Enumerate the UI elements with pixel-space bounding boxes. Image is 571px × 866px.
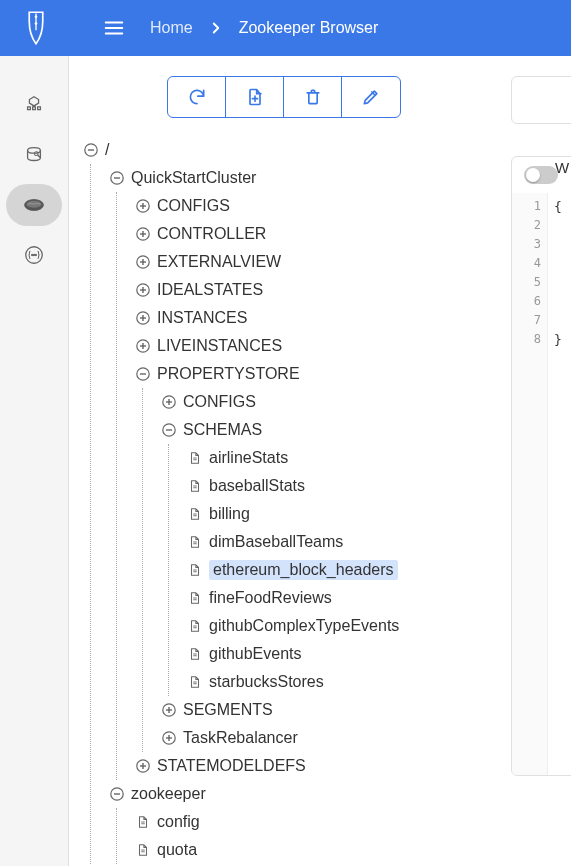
node-label: QuickStartCluster: [131, 169, 256, 187]
svg-point-8: [31, 254, 32, 255]
tree-node[interactable]: githubEvents: [185, 640, 499, 668]
tree-node[interactable]: STATEMODELDEFS: [133, 752, 499, 780]
tree-node[interactable]: quota: [133, 836, 499, 864]
tree-node[interactable]: CONFIGS: [133, 192, 499, 220]
toggle-switch[interactable]: [524, 166, 558, 184]
tree-node[interactable]: billing: [185, 500, 499, 528]
tree-node[interactable]: TaskRebalancer: [159, 724, 499, 752]
node-label: githubComplexTypeEvents: [209, 617, 399, 635]
tree-node[interactable]: EXTERNALVIEW: [133, 248, 499, 276]
sidebar-item-swagger[interactable]: [6, 234, 62, 276]
tree-node[interactable]: PROPERTYSTORE: [133, 360, 499, 388]
tree-node[interactable]: baseballStats: [185, 472, 499, 500]
svg-point-3: [28, 148, 41, 154]
delete-button[interactable]: [284, 77, 342, 117]
tree-panel: /QuickStartClusterCONFIGSCONTROLLEREXTER…: [69, 56, 499, 866]
tree-node[interactable]: zookeeper: [107, 780, 499, 808]
file-icon: [185, 504, 205, 524]
line-number: 2: [512, 218, 541, 237]
expand-icon[interactable]: [159, 700, 179, 720]
detail-header-card: [511, 76, 571, 124]
expand-icon[interactable]: [159, 392, 179, 412]
node-label: TaskRebalancer: [183, 729, 298, 747]
breadcrumb-home[interactable]: Home: [150, 19, 193, 37]
zk-tree: /QuickStartClusterCONFIGSCONTROLLEREXTER…: [69, 136, 499, 864]
collapse-icon[interactable]: [159, 420, 179, 440]
tree-node[interactable]: INSTANCES: [133, 304, 499, 332]
svg-point-10: [35, 254, 36, 255]
expand-icon[interactable]: [133, 308, 153, 328]
line-number: 1: [512, 199, 541, 218]
sidebar-item-query[interactable]: [6, 134, 62, 176]
expand-icon[interactable]: [133, 252, 153, 272]
tree-node[interactable]: CONFIGS: [159, 388, 499, 416]
tree-node[interactable]: airlineStats: [185, 444, 499, 472]
node-label: CONTROLLER: [157, 225, 266, 243]
collapse-icon[interactable]: [133, 364, 153, 384]
node-label: IDEALSTATES: [157, 281, 263, 299]
tree-node[interactable]: IDEALSTATES: [133, 276, 499, 304]
expand-icon[interactable]: [133, 756, 153, 776]
node-label: fineFoodReviews: [209, 589, 332, 607]
node-label: baseballStats: [209, 477, 305, 495]
file-icon: [185, 532, 205, 552]
expand-icon[interactable]: [133, 336, 153, 356]
node-label: githubEvents: [209, 645, 302, 663]
app-logo[interactable]: [16, 8, 56, 48]
node-label: /: [105, 141, 109, 159]
tree-node[interactable]: SEGMENTS: [159, 696, 499, 724]
file-icon: [185, 476, 205, 496]
collapse-icon[interactable]: [107, 168, 127, 188]
expand-icon[interactable]: [133, 280, 153, 300]
tree-node[interactable]: starbucksStores: [185, 668, 499, 696]
expand-icon[interactable]: [133, 224, 153, 244]
tree-root-node[interactable]: /: [81, 136, 499, 164]
sidebar: [0, 56, 68, 866]
code-gutter: 12345678: [512, 193, 548, 775]
tree-node[interactable]: dimBaseballTeams: [185, 528, 499, 556]
tree-node[interactable]: ethereum_block_headers: [185, 556, 499, 584]
tree-node[interactable]: config: [133, 808, 499, 836]
node-label: starbucksStores: [209, 673, 324, 691]
file-icon: [185, 672, 205, 692]
node-label: STATEMODELDEFS: [157, 757, 306, 775]
refresh-button[interactable]: [168, 77, 226, 117]
svg-point-9: [33, 254, 34, 255]
tree-node[interactable]: CONTROLLER: [133, 220, 499, 248]
line-number: 5: [512, 275, 541, 294]
file-icon: [133, 812, 153, 832]
tree-node[interactable]: fineFoodReviews: [185, 584, 499, 612]
menu-button[interactable]: [96, 10, 132, 46]
node-label: EXTERNALVIEW: [157, 253, 281, 271]
partial-label: W: [555, 159, 569, 176]
sidebar-item-cluster[interactable]: [6, 84, 62, 126]
node-label: zookeeper: [131, 785, 206, 803]
detail-panel: 12345678 { } W: [499, 56, 571, 866]
file-icon: [185, 616, 205, 636]
node-label: config: [157, 813, 200, 831]
code-card: 12345678 { }: [511, 156, 571, 776]
line-number: 8: [512, 332, 541, 351]
line-number: 3: [512, 237, 541, 256]
node-label: CONFIGS: [183, 393, 256, 411]
expand-icon[interactable]: [159, 728, 179, 748]
node-label: SEGMENTS: [183, 701, 273, 719]
node-label: PROPERTYSTORE: [157, 365, 300, 383]
expand-icon[interactable]: [133, 196, 153, 216]
file-icon: [185, 448, 205, 468]
file-icon: [185, 588, 205, 608]
tree-node[interactable]: LIVEINSTANCES: [133, 332, 499, 360]
add-file-button[interactable]: [226, 77, 284, 117]
breadcrumb-current: Zookeeper Browser: [239, 19, 379, 37]
line-number: 4: [512, 256, 541, 275]
line-number: 7: [512, 313, 541, 332]
sidebar-item-zookeeper[interactable]: [6, 184, 62, 226]
collapse-icon[interactable]: [81, 140, 101, 160]
tree-node[interactable]: SCHEMAS: [159, 416, 499, 444]
collapse-icon[interactable]: [107, 784, 127, 804]
tree-node[interactable]: githubComplexTypeEvents: [185, 612, 499, 640]
line-number: 6: [512, 294, 541, 313]
edit-button[interactable]: [342, 77, 400, 117]
node-label: SCHEMAS: [183, 421, 262, 439]
tree-node[interactable]: QuickStartCluster: [107, 164, 499, 192]
